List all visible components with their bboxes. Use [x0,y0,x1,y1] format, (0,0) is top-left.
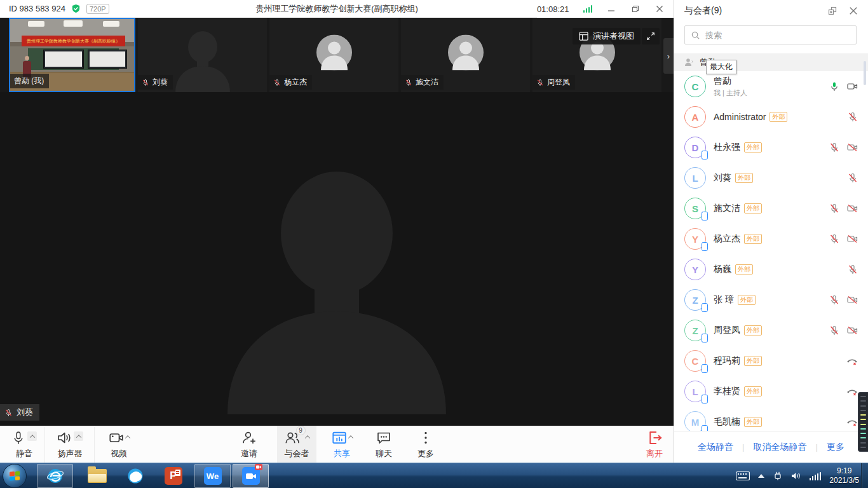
share-options-chevron[interactable] [348,435,353,440]
tile-name-label: 施文洁 [401,75,444,90]
power-plug-icon[interactable] [773,471,783,481]
quality-badge[interactable]: 720P [86,4,109,14]
participant-row[interactable]: C曾勐我 | 主持人 [674,71,868,102]
phone-device-icon [702,151,708,159]
participant-status-icons [848,112,858,122]
phone-device-icon [702,395,708,403]
popout-panel-icon[interactable] [827,6,837,16]
participant-row[interactable]: L刘葵外部 [674,163,868,193]
video-tile-self[interactable]: 贵州理工学院教师教学创新大赛（副高职称组） 曾勐 (我) [9,18,135,92]
participant-row[interactable]: C程玛莉外部 [674,346,868,376]
title-bar: ID 983 583 924 720P 贵州理工学院教师教学创新大赛(副高职称组… [0,0,674,18]
mic-muted-icon [829,142,839,152]
participant-row[interactable]: L李桂贤外部 [674,376,868,407]
participant-row[interactable]: Z周登凤外部 [674,315,868,346]
show-desktop-button[interactable] [861,463,868,488]
unmute-all-button[interactable]: 取消全场静音 [754,442,807,453]
mic-muted-icon [4,409,13,417]
participant-row[interactable]: Y杨立杰外部 [674,224,868,254]
close-button[interactable] [654,4,665,14]
video-tile[interactable]: 施文洁 [401,18,530,92]
participant-avatar: Y [684,228,706,250]
chat-button[interactable]: 聊天 [366,426,402,463]
invite-button[interactable]: 邀请 [230,426,268,463]
participant-avatar: Z [684,320,706,341]
tray-date: 2021/3/5 [829,476,859,485]
mute-all-button[interactable]: 全场静音 [698,442,733,453]
taskbar-powerpoint[interactable]: P [155,464,191,488]
minimize-button[interactable] [606,4,616,14]
speaker-view-button[interactable]: 演讲者视图 [573,28,641,44]
maximize-button[interactable] [630,4,641,14]
video-tile[interactable]: 刘葵 [138,18,267,92]
folder-icon [88,469,107,483]
speaker-button[interactable]: 扬声器 [47,426,93,463]
mic-muted-icon [829,234,839,244]
taskbar-internet-explorer[interactable] [37,464,73,488]
taskbar-file-explorer[interactable] [79,464,115,488]
search-input[interactable] [705,30,850,40]
mic-options-chevron[interactable] [27,431,37,441]
participant-row[interactable]: S施文洁外部 [674,193,868,224]
participant-row[interactable]: D杜永强外部 [674,132,868,163]
taskbar-clock[interactable]: 9:19 2021/3/5 [829,466,859,485]
external-badge: 外部 [735,173,753,183]
fullscreen-button[interactable] [642,28,660,44]
participant-status-icons [829,81,858,92]
leave-meeting-button[interactable]: 离开 [637,426,672,463]
volume-meter-widget[interactable] [858,392,868,452]
tile-name-label: 杨立杰 [269,75,312,90]
speaker-options-chevron[interactable] [74,431,83,441]
show-hidden-icons[interactable] [758,474,764,478]
participants-label: 与会者 [285,448,309,459]
video-tile[interactable]: 杨立杰 [269,18,398,92]
main-video-stage[interactable]: 刘葵 [0,92,674,426]
leave-icon [647,430,662,445]
strip-next-arrow[interactable]: › [663,38,674,74]
more-button[interactable]: 更多 [409,426,442,463]
taskbar-meeting-app[interactable] [233,464,269,488]
participant-status-icons [829,142,858,152]
taskbar-wechat-work[interactable]: We [194,464,231,488]
participant-row[interactable]: M毛凯楠外部 [674,407,868,431]
chat-label: 聊天 [376,448,392,459]
panel-more-button[interactable]: 更多 [827,442,844,453]
participant-search-box[interactable] [684,25,857,44]
panel-scrollbar[interactable] [864,61,866,85]
start-button[interactable] [3,464,27,488]
video-button[interactable]: 视频 [97,426,141,463]
tray-time: 9:19 [829,466,859,476]
keyboard-tray-icon[interactable] [736,471,750,480]
external-badge: 外部 [738,295,756,305]
participant-row[interactable]: Z张 璋外部 [674,285,868,315]
video-label: 视频 [111,448,127,459]
network-tray-icon[interactable] [810,472,822,480]
meeting-toolbar: 静音 扬声器 视频 邀请 9 [0,426,674,463]
camera-muted-icon [847,203,858,214]
video-thumbnail-strip: 贵州理工学院教师教学创新大赛（副高职称组） 曾勐 (我) 刘葵 [0,18,674,92]
layout-icon [579,32,588,41]
participant-name: 杜永强 [714,142,740,153]
share-screen-button[interactable]: 共享 [323,426,361,463]
participant-list: C曾勐我 | 主持人AAdministrator外部D杜永强外部L刘葵外部S施文… [674,71,868,431]
participants-options-chevron[interactable] [304,435,309,440]
mute-button[interactable]: 静音 [4,426,44,463]
participant-status-icons [829,325,858,336]
mic-muted-icon [829,295,839,305]
participant-name: 刘葵 [714,172,731,184]
silhouette-placeholder [168,23,238,92]
hovered-participant-row[interactable]: 曾勐 [674,53,868,71]
close-panel-icon[interactable] [849,6,858,15]
participant-status-icons [846,386,858,396]
volume-tray-icon[interactable] [791,471,801,480]
powerpoint-icon: P [165,467,182,485]
participants-button[interactable]: 9 与会者 [277,426,316,463]
mic-muted-icon [829,203,839,214]
participant-row[interactable]: AAdministrator外部 [674,102,868,132]
mic-muted-icon [848,264,858,274]
video-options-chevron[interactable] [125,435,130,440]
external-badge: 外部 [744,142,762,152]
participant-row[interactable]: Y杨巍外部 [674,254,868,285]
phone-device-icon [702,364,708,373]
taskbar-qq-browser[interactable] [117,464,153,488]
